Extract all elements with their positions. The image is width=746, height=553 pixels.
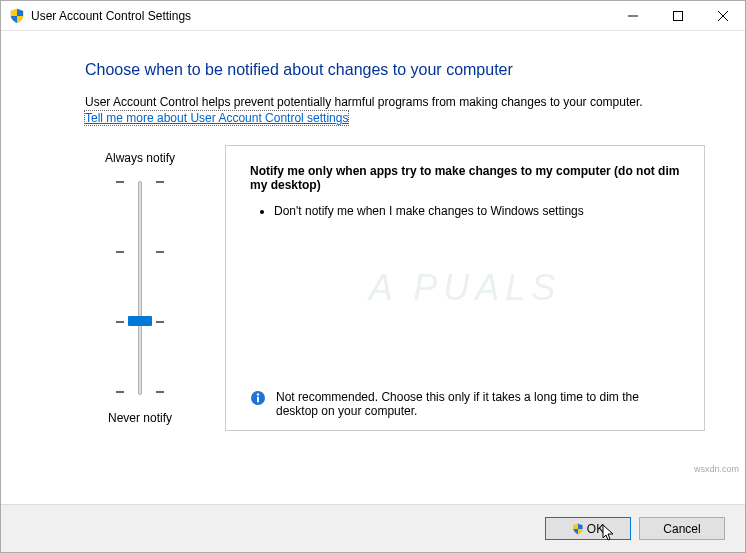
recommendation-row: Not recommended. Choose this only if it … xyxy=(250,380,680,418)
cancel-button[interactable]: Cancel xyxy=(639,517,725,540)
uac-shield-icon xyxy=(572,523,584,535)
slider-tick xyxy=(110,181,170,182)
recommendation-text: Not recommended. Choose this only if it … xyxy=(276,390,680,418)
slider-label-top: Always notify xyxy=(85,151,195,165)
slider-tick xyxy=(110,251,170,252)
main-area: Always notify Never notify A PUALS Notif… xyxy=(85,145,705,431)
level-bullets: Don't notify me when I make changes to W… xyxy=(250,204,680,224)
page-description: User Account Control helps prevent poten… xyxy=(85,95,705,109)
close-button[interactable] xyxy=(700,1,745,30)
ok-button[interactable]: OK xyxy=(545,517,631,540)
watermark: A PUALS xyxy=(369,267,562,309)
slider-thumb[interactable] xyxy=(128,316,152,326)
minimize-button[interactable] xyxy=(610,1,655,30)
attribution: wsxdn.com xyxy=(694,464,739,474)
learn-more-link[interactable]: Tell me more about User Account Control … xyxy=(85,111,348,125)
level-title: Notify me only when apps try to make cha… xyxy=(250,164,680,192)
ok-label: OK xyxy=(587,522,604,536)
description-panel: A PUALS Notify me only when apps try to … xyxy=(225,145,705,431)
slider-rail xyxy=(138,181,142,395)
window-title: User Account Control Settings xyxy=(31,9,610,23)
slider-tick xyxy=(110,391,170,392)
window: User Account Control Settings Choose whe… xyxy=(0,0,746,553)
svg-rect-1 xyxy=(673,11,682,20)
svg-rect-6 xyxy=(257,397,259,403)
content-area: Choose when to be notified about changes… xyxy=(1,31,745,504)
slider-label-bottom: Never notify xyxy=(85,411,195,425)
info-icon xyxy=(250,390,266,406)
uac-shield-icon xyxy=(9,8,25,24)
footer: OK Cancel xyxy=(1,504,745,552)
list-item: Don't notify me when I make changes to W… xyxy=(274,204,680,218)
titlebar: User Account Control Settings xyxy=(1,1,745,31)
svg-point-5 xyxy=(257,393,259,395)
notification-slider[interactable] xyxy=(110,173,170,403)
slider-column: Always notify Never notify xyxy=(85,145,195,431)
page-heading: Choose when to be notified about changes… xyxy=(85,61,705,79)
maximize-button[interactable] xyxy=(655,1,700,30)
